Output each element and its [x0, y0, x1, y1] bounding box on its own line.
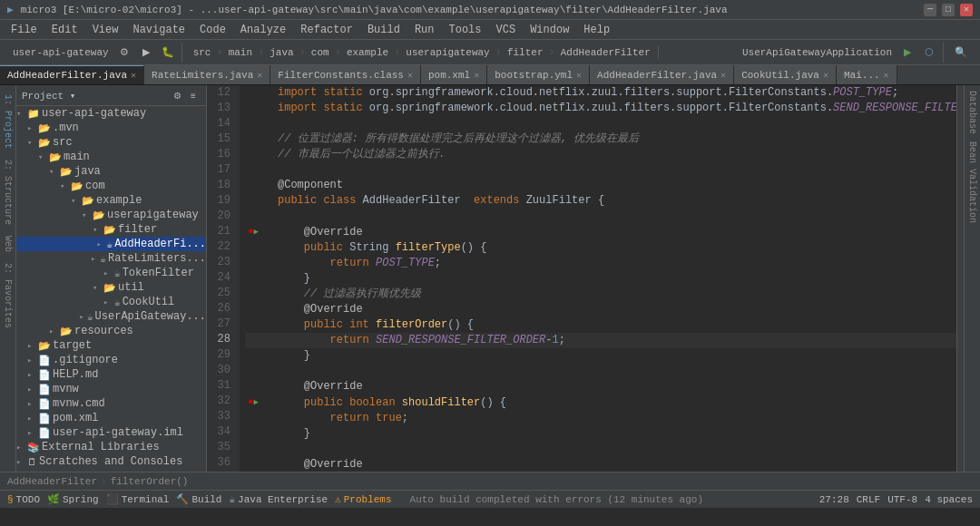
menu-run[interactable]: Run — [407, 22, 442, 38]
gutter-icon-21[interactable]: ●▶ — [245, 224, 261, 240]
menu-analyze[interactable]: Analyze — [233, 22, 293, 38]
tab-close-3[interactable]: ✕ — [474, 70, 479, 81]
sidebar-item-user-api-gateway.iml[interactable]: ▸📄user-api-gateway.iml — [16, 425, 206, 440]
code-content[interactable]: import static org.springframework.cloud.… — [240, 85, 956, 472]
sidebar-item-userapigateway[interactable]: ▾📂userapigateway — [16, 208, 206, 222]
menu-window[interactable]: Window — [523, 22, 576, 38]
tab-close-1[interactable]: ✕ — [257, 70, 262, 81]
debug-button[interactable]: 🐛 — [158, 43, 178, 63]
menu-file[interactable]: File — [4, 22, 44, 38]
sidebar-item-AddHeaderFi[interactable]: ▸☕AddHeaderFi... — [16, 237, 206, 251]
sidebar-item-main[interactable]: ▾📂main — [16, 150, 206, 164]
tab-mai[interactable]: Mai... ✕ — [837, 65, 897, 84]
tab-close-5[interactable]: ✕ — [720, 70, 726, 81]
sidebar-item-example[interactable]: ▾📂example — [16, 193, 206, 208]
charset-indicator[interactable]: UTF-8 — [887, 494, 917, 505]
tab-filterconstants[interactable]: FilterConstants.class ✕ — [270, 65, 421, 84]
tab-close-6[interactable]: ✕ — [823, 70, 828, 81]
sidebar-item-filter[interactable]: ▾📂filter — [16, 222, 206, 237]
tab-cookutil[interactable]: CookUtil.java ✕ — [734, 65, 837, 84]
tree-file-icon: ☕ — [87, 311, 93, 323]
sidebar-item-resources[interactable]: ▸📂resources — [16, 324, 206, 338]
sidebar-item-CookUtil[interactable]: ▸☕CookUtil — [16, 295, 206, 309]
breadcrumb-method[interactable]: filterOrder() — [111, 476, 189, 487]
tree-item-label: src — [53, 136, 73, 149]
sidebar-item-com[interactable]: ▾📂com — [16, 179, 206, 193]
menu-code[interactable]: Code — [192, 22, 233, 38]
position-indicator[interactable]: 27:28 — [819, 494, 849, 505]
code-line-35 — [245, 442, 956, 457]
sidebar-item-Scratches[interactable]: ▸🗒Scratches and Consoles — [16, 454, 206, 469]
run-project-button[interactable]: ▶ — [136, 43, 156, 63]
java-enterprise-button[interactable]: ☕ Java Enterprise — [229, 493, 328, 505]
terminal-button[interactable]: ⬛ Terminal — [106, 493, 170, 505]
tab-close-2[interactable]: ✕ — [407, 70, 413, 81]
line-ending-indicator[interactable]: CRLF — [857, 494, 880, 505]
settings-button[interactable]: ⚙ — [114, 43, 134, 63]
run-config-debug[interactable]: ⬡ — [919, 43, 939, 63]
close-button[interactable]: ✕ — [960, 4, 973, 16]
tab-close-7[interactable]: ✕ — [884, 70, 889, 81]
tree-arrow-icon: ▸ — [27, 428, 38, 438]
tab-close-4[interactable]: ✕ — [576, 70, 582, 81]
project-panel-button[interactable]: 1: Project — [1, 89, 15, 154]
structure-panel-button[interactable]: 2: Structure — [1, 154, 15, 230]
maximize-button[interactable]: □ — [942, 4, 955, 16]
sidebar-item-TokenFilter[interactable]: ▸☕TokenFilter — [16, 266, 206, 280]
sidebar-item-mvnw[interactable]: ▸📄mvnw — [16, 382, 206, 396]
menu-vcs[interactable]: VCS — [489, 22, 524, 38]
sidebar-item-java[interactable]: ▾📂java — [16, 164, 206, 179]
todo-button[interactable]: § TODO — [7, 494, 40, 505]
database-panel-button[interactable]: Database — [965, 87, 979, 138]
tab-close-0[interactable]: ✕ — [131, 70, 136, 81]
spring-label: Spring — [63, 494, 99, 505]
minimize-button[interactable]: ─ — [924, 4, 936, 16]
sidebar-item-pom.xml[interactable]: ▸📄pom.xml — [16, 411, 206, 425]
tree-item-label: AddHeaderFi... — [114, 238, 206, 250]
code-text-18: @Component — [261, 178, 343, 193]
sidebar-item-RateLimiters[interactable]: ▸☕RateLimiters... — [16, 251, 206, 266]
menu-build[interactable]: Build — [360, 22, 407, 38]
favorites-panel-button[interactable]: 2: Favorites — [1, 258, 15, 334]
search-section: 🔍 — [947, 43, 975, 63]
tab-ratelimiters[interactable]: RateLimiters.java ✕ — [144, 65, 270, 84]
spring-button[interactable]: 🌿 Spring — [47, 493, 99, 505]
tree-file-icon: 📂 — [49, 151, 62, 163]
menu-help[interactable]: Help — [576, 22, 617, 38]
run-config-run[interactable]: ▶ — [897, 43, 917, 63]
tab-addheaderfilter2[interactable]: AddHeaderFilter.java ✕ — [590, 65, 734, 84]
build-label: Build — [191, 494, 221, 505]
sidebar-item-user-api-gateway[interactable]: ▾📁user-api-gateway — [16, 106, 206, 121]
sidebar-item-gitignore[interactable]: ▸📄.gitignore — [16, 353, 206, 367]
scrollbar-vertical[interactable] — [956, 85, 964, 472]
indent-indicator[interactable]: 4 spaces — [925, 494, 973, 505]
sidebar-settings-button[interactable]: ⚙ — [170, 88, 184, 102]
sidebar-item-HELP[interactable]: ▸📄HELP.md — [16, 367, 206, 382]
tab-bootstrap[interactable]: bootstrap.yml ✕ — [487, 65, 590, 84]
code-editor[interactable]: 1213141516171819202122232425262728293031… — [207, 85, 964, 472]
menu-edit[interactable]: Edit — [44, 22, 85, 38]
sidebar-item-src[interactable]: ▾📂src — [16, 135, 206, 150]
sidebar-item-target[interactable]: ▸📂target — [16, 338, 206, 353]
menu-refactor[interactable]: Refactor — [293, 22, 360, 38]
sidebar-item-UserApiGateway[interactable]: ▸☕UserApiGateway... — [16, 309, 206, 324]
menu-view[interactable]: View — [85, 22, 126, 38]
web-panel-button[interactable]: Web — [1, 230, 15, 258]
tree-file-icon: ☕ — [107, 239, 113, 250]
tree-arrow-icon: ▸ — [27, 414, 38, 424]
gutter-icon-32[interactable]: ●▶ — [245, 394, 261, 411]
sidebar-item-util[interactable]: ▾📂util — [16, 280, 206, 295]
sidebar-item-mvn[interactable]: ▸📂.mvn — [16, 121, 206, 135]
build-button[interactable]: 🔨 Build — [176, 493, 221, 505]
search-button[interactable]: 🔍 — [951, 43, 971, 63]
menu-tools[interactable]: Tools — [442, 22, 489, 38]
tab-pomxml[interactable]: pom.xml ✕ — [421, 65, 487, 84]
sidebar-item-mvnw.cmd[interactable]: ▸📄mvnw.cmd — [16, 396, 206, 411]
problems-button[interactable]: ⚠ Problems — [335, 493, 391, 505]
sidebar-collapse-button[interactable]: ≡ — [186, 88, 201, 102]
tab-addheaderfilter[interactable]: AddHeaderFilter.java ✕ — [0, 65, 144, 84]
breadcrumb-file[interactable]: AddHeaderFilter — [7, 476, 97, 487]
sidebar-item-External Libraries[interactable]: ▸📚External Libraries — [16, 440, 206, 454]
bean-validation-panel-button[interactable]: Bean Validation — [965, 138, 979, 227]
menu-navigate[interactable]: Navigate — [125, 22, 192, 38]
